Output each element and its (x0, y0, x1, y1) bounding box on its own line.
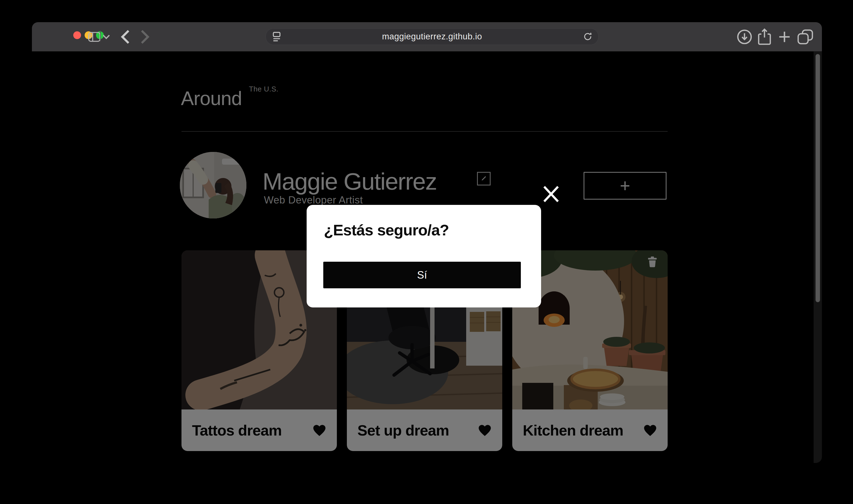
chevron-down-icon[interactable] (102, 22, 110, 51)
close-icon[interactable] (542, 185, 560, 203)
reload-icon[interactable] (583, 32, 593, 41)
download-icon[interactable] (737, 22, 752, 51)
tab-overview-icon[interactable] (797, 22, 813, 51)
browser-window: Around The U.S. Maggie Gutierrez Web Dev… (32, 22, 822, 463)
sidebar-icon[interactable] (85, 22, 101, 51)
close-window-button[interactable] (73, 31, 81, 39)
back-icon[interactable] (120, 22, 131, 51)
share-icon[interactable] (757, 22, 772, 51)
url-text[interactable]: maggiegutierrez.github.io (281, 32, 583, 41)
toolbar-divider (100, 31, 101, 41)
address-bar[interactable]: maggiegutierrez.github.io (265, 28, 598, 45)
browser-toolbar: maggiegutierrez.github.io (32, 22, 822, 52)
confirm-dialog: ¿Estás seguro/a? Sí (307, 205, 541, 307)
page-settings-icon[interactable] (272, 31, 281, 42)
new-tab-icon[interactable] (778, 22, 791, 51)
dialog-heading: ¿Estás seguro/a? (324, 221, 449, 239)
confirm-yes-button[interactable]: Sí (323, 262, 521, 288)
scrollbar-thumb[interactable] (816, 54, 820, 302)
forward-icon[interactable] (140, 22, 150, 51)
